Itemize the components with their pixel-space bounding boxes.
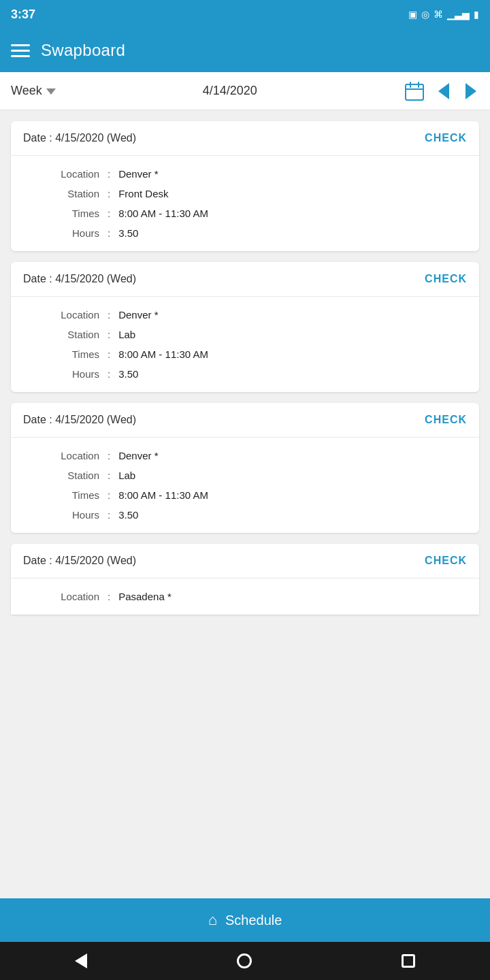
times-label-3: Times bbox=[38, 489, 99, 501]
location-sep-4: : bbox=[108, 591, 110, 602]
hours-value-3: 3.50 bbox=[118, 509, 138, 521]
times-value-1: 8:00 AM - 11:30 AM bbox=[118, 208, 208, 219]
location-value-2: Denver * bbox=[118, 309, 158, 321]
card-details-1: Location : Denver * Station : Front Desk… bbox=[11, 156, 479, 251]
station-label-2: Station bbox=[38, 329, 99, 340]
hours-sep-3: : bbox=[108, 509, 110, 521]
location-label-2: Location bbox=[38, 309, 99, 321]
location-label-4: Location bbox=[38, 591, 99, 602]
times-sep-2: : bbox=[108, 348, 110, 360]
week-label: Week bbox=[11, 84, 42, 98]
date-display: 4/14/2020 bbox=[203, 84, 257, 98]
prev-week-button[interactable] bbox=[436, 80, 452, 102]
check-button-3[interactable]: CHECK bbox=[425, 414, 467, 426]
hours-sep-2: : bbox=[108, 368, 110, 380]
app-title: Swapboard bbox=[41, 41, 125, 60]
card-date-1: Date : 4/15/2020 (Wed) bbox=[23, 132, 136, 144]
location-sep-1: : bbox=[108, 168, 110, 180]
check-button-2[interactable]: CHECK bbox=[425, 273, 467, 285]
times-row-2: Times : 8:00 AM - 11:30 AM bbox=[11, 344, 479, 364]
station-sep-1: : bbox=[108, 188, 110, 199]
next-week-button[interactable] bbox=[463, 80, 479, 102]
system-nav bbox=[0, 942, 490, 980]
arrow-left-icon bbox=[438, 83, 449, 99]
location-label-3: Location bbox=[38, 450, 99, 461]
back-button[interactable] bbox=[72, 951, 90, 971]
card-date-2: Date : 4/15/2020 (Wed) bbox=[23, 273, 136, 285]
hours-row-2: Hours : 3.50 bbox=[11, 364, 479, 384]
times-row-3: Times : 8:00 AM - 11:30 AM bbox=[11, 485, 479, 505]
card-details-2: Location : Denver * Station : Lab Times … bbox=[11, 297, 479, 392]
notification-icon: ▣ bbox=[408, 9, 417, 20]
station-value-3: Lab bbox=[118, 470, 135, 481]
home-circle-icon bbox=[237, 953, 252, 968]
station-sep-2: : bbox=[108, 329, 110, 340]
shift-card-4: Date : 4/15/2020 (Wed) CHECK Location : … bbox=[11, 544, 479, 615]
nav-icons bbox=[404, 80, 479, 102]
location-sep-2: : bbox=[108, 309, 110, 321]
check-button-4[interactable]: CHECK bbox=[425, 555, 467, 567]
status-bar: 3:37 ▣ ◎ ⌘ ▁▃▅ ▮ bbox=[0, 0, 490, 29]
nav-bar: Week 4/14/2020 bbox=[0, 72, 490, 110]
calendar-icon[interactable] bbox=[404, 81, 425, 101]
wifi-icon: ⌘ bbox=[434, 9, 443, 20]
target-icon: ◎ bbox=[421, 9, 429, 20]
station-row-2: Station : Lab bbox=[11, 325, 479, 344]
location-value-3: Denver * bbox=[118, 450, 158, 461]
hamburger-menu-icon[interactable] bbox=[11, 44, 30, 57]
bottom-nav[interactable]: ⌂ Schedule bbox=[0, 898, 490, 942]
recent-apps-button[interactable] bbox=[399, 951, 418, 970]
card-date-4: Date : 4/15/2020 (Wed) bbox=[23, 555, 136, 567]
card-details-3: Location : Denver * Station : Lab Times … bbox=[11, 438, 479, 533]
status-time: 3:37 bbox=[11, 7, 35, 22]
card-header-2: Date : 4/15/2020 (Wed) CHECK bbox=[11, 262, 479, 297]
card-header-3: Date : 4/15/2020 (Wed) CHECK bbox=[11, 403, 479, 438]
times-value-3: 8:00 AM - 11:30 AM bbox=[118, 489, 208, 501]
card-details-4: Location : Pasadena * bbox=[11, 578, 479, 615]
station-label-1: Station bbox=[38, 188, 99, 199]
chevron-down-icon bbox=[46, 88, 56, 95]
station-row-3: Station : Lab bbox=[11, 466, 479, 485]
check-button-1[interactable]: CHECK bbox=[425, 132, 467, 144]
hours-label-2: Hours bbox=[38, 368, 99, 380]
station-value-2: Lab bbox=[118, 329, 135, 340]
times-row-1: Times : 8:00 AM - 11:30 AM bbox=[11, 203, 479, 223]
location-value-1: Denver * bbox=[118, 168, 158, 180]
card-date-3: Date : 4/15/2020 (Wed) bbox=[23, 414, 136, 426]
schedule-label: Schedule bbox=[225, 913, 282, 928]
recent-apps-icon bbox=[402, 954, 415, 968]
times-sep-1: : bbox=[108, 208, 110, 219]
svg-rect-0 bbox=[406, 84, 423, 100]
station-row-1: Station : Front Desk bbox=[11, 184, 479, 203]
hours-value-1: 3.50 bbox=[118, 227, 138, 239]
card-header-4: Date : 4/15/2020 (Wed) CHECK bbox=[11, 544, 479, 578]
signal-icon: ▁▃▅ bbox=[447, 9, 470, 20]
times-label-2: Times bbox=[38, 348, 99, 360]
scroll-content: Date : 4/15/2020 (Wed) CHECK Location : … bbox=[0, 110, 490, 898]
shift-card-2: Date : 4/15/2020 (Wed) CHECK Location : … bbox=[11, 262, 479, 392]
home-button[interactable] bbox=[234, 951, 255, 971]
app-header: Swapboard bbox=[0, 29, 490, 72]
shift-card-3: Date : 4/15/2020 (Wed) CHECK Location : … bbox=[11, 403, 479, 533]
station-value-1: Front Desk bbox=[118, 188, 168, 199]
times-value-2: 8:00 AM - 11:30 AM bbox=[118, 348, 208, 360]
times-sep-3: : bbox=[108, 489, 110, 501]
status-icons: ▣ ◎ ⌘ ▁▃▅ ▮ bbox=[408, 9, 479, 20]
hours-sep-1: : bbox=[108, 227, 110, 239]
location-label-1: Location bbox=[38, 168, 99, 180]
station-sep-3: : bbox=[108, 470, 110, 481]
location-row-4: Location : Pasadena * bbox=[11, 587, 479, 606]
location-row-2: Location : Denver * bbox=[11, 305, 479, 325]
week-selector[interactable]: Week bbox=[11, 84, 56, 98]
hours-row-3: Hours : 3.50 bbox=[11, 505, 479, 525]
location-sep-3: : bbox=[108, 450, 110, 461]
hours-label-3: Hours bbox=[38, 509, 99, 521]
hours-value-2: 3.50 bbox=[118, 368, 138, 380]
home-icon: ⌂ bbox=[208, 911, 217, 929]
arrow-right-icon bbox=[466, 83, 476, 99]
back-icon bbox=[75, 953, 87, 968]
card-header-1: Date : 4/15/2020 (Wed) CHECK bbox=[11, 121, 479, 156]
station-label-3: Station bbox=[38, 470, 99, 481]
location-value-4: Pasadena * bbox=[118, 591, 172, 602]
shift-card-1: Date : 4/15/2020 (Wed) CHECK Location : … bbox=[11, 121, 479, 251]
